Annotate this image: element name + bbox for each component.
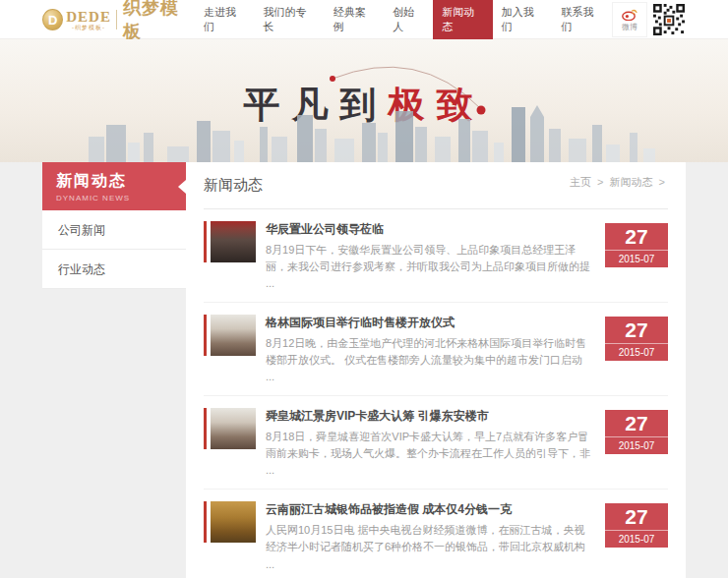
news-body: 舜皇城江景房VIP卡盛大认筹 引爆东安楼市 8月18日，舜皇城喜迎首次VIP卡盛… (266, 408, 605, 479)
news-date-badge: 27 2015-07 (605, 410, 668, 454)
news-thumbnail-wrap (204, 221, 256, 262)
sidebar-item-company-news[interactable]: 公司新闻 (42, 210, 186, 250)
thumbnail-accent-bar (204, 501, 207, 543)
nav-item-news[interactable]: 新闻动态 (433, 0, 493, 39)
nav-item-about[interactable]: 走进我们 (195, 0, 255, 39)
logo-brand-en: DEDE -织梦模板- (66, 10, 111, 30)
sidebar-menu: 公司新闻 行业动态 (42, 210, 186, 289)
news-date-month: 2015-07 (605, 344, 668, 361)
sidebar-item-industry-news[interactable]: 行业动态 (42, 250, 186, 289)
news-thumbnail (211, 501, 256, 543)
news-thumbnail-wrap (204, 315, 256, 356)
news-thumbnail (211, 315, 256, 356)
main-nav: 走进我们 我们的专长 经典案例 创始人 新闻动态 加入我们 联系我们 (195, 0, 612, 39)
news-date-day: 27 (605, 223, 668, 251)
thumbnail-accent-bar (204, 408, 207, 449)
breadcrumb-home[interactable]: 主页 (570, 176, 591, 188)
thumbnail-accent-bar (204, 315, 207, 356)
news-description: 人民网10月15日电 据中央电视台财经频道微博，在丽江古城，央视经济半小时记者随… (266, 522, 591, 572)
hero-banner: 平凡到极致 (0, 39, 728, 162)
news-title[interactable]: 华辰置业公司领导莅临 (266, 221, 591, 238)
news-date-month: 2015-07 (605, 251, 668, 267)
news-date-badge: 27 2015-07 (605, 223, 668, 267)
nav-item-contact[interactable]: 联系我们 (552, 0, 612, 39)
social-links: 微博 (612, 0, 686, 39)
logo-coin-icon: D (42, 9, 63, 30)
news-item[interactable]: 舜皇城江景房VIP卡盛大认筹 引爆东安楼市 8月18日，舜皇城喜迎首次VIP卡盛… (204, 396, 668, 490)
news-item[interactable]: 格林国际项目举行临时售楼开放仪式 8月12日晚，由金玉堂地产代理的河北怀来格林国… (204, 303, 668, 396)
sidebar-arrow-icon (178, 180, 186, 194)
news-body: 格林国际项目举行临时售楼开放仪式 8月12日晚，由金玉堂地产代理的河北怀来格林国… (266, 315, 605, 385)
breadcrumb-current[interactable]: 新闻动态 (610, 176, 653, 188)
nav-item-founder[interactable]: 创始人 (384, 0, 433, 39)
sidebar-title: 新闻动态 (56, 171, 172, 192)
weibo-link[interactable]: 微博 (612, 2, 647, 37)
news-list: 华辰置业公司领导莅临 8月19日下午，安徽华辰置业公司领导、上品印象项目总经理王… (204, 209, 668, 578)
top-navbar: D DEDE -织梦模板- 织梦模板 走进我们 我们的专长 经典案例 创始人 新… (0, 0, 728, 39)
qr-code-icon (652, 3, 686, 36)
nav-item-cases[interactable]: 经典案例 (325, 0, 385, 39)
news-item[interactable]: 华辰置业公司领导莅临 8月19日下午，安徽华辰置业公司领导、上品印象项目总经理王… (204, 209, 668, 303)
thumbnail-accent-bar (204, 221, 207, 262)
sidebar-subtitle: DYNAMIC NEWS (56, 194, 172, 202)
breadcrumb-separator: > (659, 176, 665, 188)
main-panel: 主页 > 新闻动态 > 新闻动态 华辰置业公司领导莅临 8月19日下 (186, 162, 686, 578)
nav-item-join[interactable]: 加入我们 (493, 0, 553, 39)
news-date-day: 27 (605, 317, 668, 344)
news-description: 8月12日晚，由金玉堂地产代理的河北怀来格林国际项目举行临时售楼部开放仪式。 仪… (266, 335, 591, 385)
news-date-day: 27 (605, 503, 668, 531)
content-area: 新闻动态 DYNAMIC NEWS 公司新闻 行业动态 主页 > 新闻动态 > … (0, 162, 728, 578)
news-date-badge: 27 2015-07 (605, 317, 668, 361)
news-thumbnail-wrap (204, 408, 256, 449)
news-body: 华辰置业公司领导莅临 8月19日下午，安徽华辰置业公司领导、上品印象项目总经理王… (266, 221, 605, 292)
news-title[interactable]: 格林国际项目举行临时售楼开放仪式 (266, 315, 591, 331)
news-thumbnail (211, 408, 256, 449)
news-thumbnail-wrap (204, 501, 256, 543)
weibo-icon (622, 8, 637, 21)
logo-brand-subtext: -织梦模板- (66, 25, 111, 30)
news-date-month: 2015-07 (605, 531, 668, 548)
news-date-badge: 27 2015-07 (605, 503, 668, 548)
logo-brand-text: DEDE (66, 10, 111, 25)
news-description: 8月19日下午，安徽华辰置业公司领导、上品印象项目总经理王泽丽，来我公司进行参观… (266, 242, 591, 292)
news-date-month: 2015-07 (605, 437, 668, 454)
news-thumbnail (211, 221, 256, 262)
news-description: 8月18日，舜皇城喜迎首次VIP卡盛大认筹，早上7点就有许多客户冒雨前来购卡，现… (266, 429, 591, 479)
breadcrumb-separator: > (597, 176, 603, 188)
page: D DEDE -织梦模板- 织梦模板 走进我们 我们的专长 经典案例 创始人 新… (0, 0, 728, 578)
news-title[interactable]: 舜皇城江景房VIP卡盛大认筹 引爆东安楼市 (266, 408, 591, 425)
sidebar-header: 新闻动态 DYNAMIC NEWS (42, 162, 186, 210)
sidebar: 新闻动态 DYNAMIC NEWS 公司新闻 行业动态 (42, 162, 186, 289)
city-skyline-image (49, 103, 679, 162)
weibo-label: 微博 (622, 22, 637, 32)
site-logo[interactable]: D DEDE -织梦模板- 织梦模板 (42, 0, 195, 39)
news-body: 云南丽江古城银饰品被指造假 成本仅4分钱一克 人民网10月15日电 据中央电视台… (266, 501, 605, 572)
nav-item-expertise[interactable]: 我们的专长 (255, 0, 325, 39)
news-date-day: 27 (605, 410, 668, 437)
logo-divider (116, 10, 117, 29)
logo-brand-cn: 织梦模板 (123, 0, 195, 43)
news-item[interactable]: 云南丽江古城银饰品被指造假 成本仅4分钱一克 人民网10月15日电 据中央电视台… (204, 490, 668, 578)
breadcrumb: 主页 > 新闻动态 > (570, 175, 668, 190)
news-title[interactable]: 云南丽江古城银饰品被指造假 成本仅4分钱一克 (266, 501, 591, 518)
